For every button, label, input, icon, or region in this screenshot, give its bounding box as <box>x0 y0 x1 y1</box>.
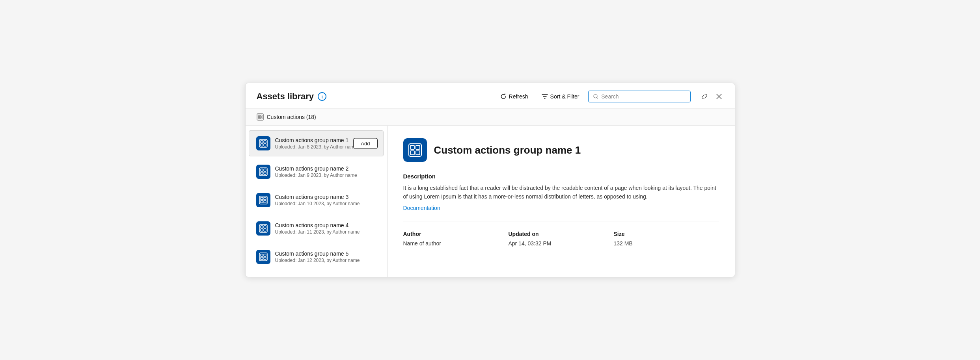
custom-actions-icon <box>257 113 264 121</box>
search-box[interactable] <box>588 91 691 102</box>
list-item[interactable]: Custom actions group name 5 Uploaded: Ja… <box>249 244 384 270</box>
svg-rect-19 <box>261 200 263 203</box>
item-text: Custom actions group name 4 Uploaded: Ja… <box>275 222 376 235</box>
svg-rect-27 <box>261 254 263 256</box>
size-value: 132 MB <box>614 240 719 247</box>
documentation-link[interactable]: Documentation <box>403 205 440 211</box>
item-meta: Uploaded: Jan 11 2023, by Author name <box>275 229 376 235</box>
item-meta: Uploaded: Jan 12 2023, by Author name <box>275 258 376 263</box>
items-count: Custom actions (18) <box>267 114 316 120</box>
subheader: Custom actions (18) <box>246 109 735 126</box>
svg-rect-5 <box>261 117 262 119</box>
svg-rect-25 <box>264 229 266 231</box>
svg-rect-10 <box>264 144 266 146</box>
panel-header: Assets library i Refresh Sort & Filter <box>246 83 735 109</box>
custom-actions-icon-item <box>259 167 268 176</box>
author-col: Author Name of author <box>403 231 509 247</box>
svg-rect-14 <box>261 172 263 174</box>
svg-rect-33 <box>416 145 420 149</box>
close-button[interactable] <box>714 92 724 101</box>
svg-rect-32 <box>410 145 414 149</box>
svg-rect-17 <box>261 197 263 200</box>
svg-rect-7 <box>261 141 263 143</box>
list-item[interactable]: Custom actions group name 3 Uploaded: Ja… <box>249 187 384 213</box>
page-title: Assets library <box>257 91 314 102</box>
custom-actions-icon-item <box>259 252 268 261</box>
svg-rect-15 <box>264 172 266 174</box>
item-icon <box>256 193 270 207</box>
item-name: Custom actions group name 2 <box>275 165 376 172</box>
list-item[interactable]: Custom actions group name 1 Uploaded: Ja… <box>249 130 384 156</box>
svg-rect-23 <box>264 226 266 228</box>
svg-rect-20 <box>264 200 266 203</box>
item-icon <box>256 250 270 264</box>
detail-header: Custom actions group name 1 <box>403 138 719 162</box>
title-group: Assets library i <box>257 91 327 102</box>
item-meta: Uploaded: Jan 9 2023, by Author name <box>275 173 376 178</box>
count-label-group: Custom actions (18) <box>257 113 316 121</box>
svg-rect-24 <box>261 229 263 231</box>
item-text: Custom actions group name 2 Uploaded: Ja… <box>275 165 376 178</box>
sort-filter-label: Sort & Filter <box>550 93 579 100</box>
panel-body: Custom actions group name 1 Uploaded: Ja… <box>246 126 735 277</box>
size-label: Size <box>614 231 719 237</box>
custom-actions-icon-detail <box>408 143 422 157</box>
svg-rect-1 <box>257 114 263 120</box>
svg-rect-8 <box>264 141 266 143</box>
search-icon <box>593 94 598 99</box>
add-button[interactable]: Add <box>353 138 377 149</box>
item-icon <box>256 221 270 236</box>
sort-filter-button[interactable]: Sort & Filter <box>537 90 584 103</box>
author-value: Name of author <box>403 240 509 247</box>
size-col: Size 132 MB <box>614 231 719 247</box>
svg-rect-9 <box>261 144 263 146</box>
filter-icon <box>542 93 548 100</box>
refresh-icon <box>500 93 507 100</box>
meta-grid: Author Name of author Updated on Apr 14,… <box>403 231 719 247</box>
list-pane: Custom actions group name 1 Uploaded: Ja… <box>246 126 388 277</box>
item-text: Custom actions group name 5 Uploaded: Ja… <box>275 251 376 263</box>
close-icon <box>716 93 722 100</box>
svg-rect-3 <box>261 115 262 117</box>
svg-rect-13 <box>264 169 266 171</box>
search-input[interactable] <box>601 93 685 100</box>
detail-title: Custom actions group name 1 <box>434 144 581 156</box>
item-name: Custom actions group name 5 <box>275 251 376 257</box>
svg-point-0 <box>593 95 597 98</box>
expand-button[interactable] <box>699 91 710 102</box>
updated-on-label: Updated on <box>509 231 614 237</box>
description-label: Description <box>403 173 719 180</box>
svg-rect-28 <box>264 254 266 256</box>
expand-icon <box>701 93 708 100</box>
author-label: Author <box>403 231 509 237</box>
svg-rect-29 <box>261 257 263 260</box>
svg-rect-12 <box>261 169 263 171</box>
updated-on-value: Apr 14, 03:32 PM <box>509 240 614 247</box>
assets-library-panel: Assets library i Refresh Sort & Filter <box>245 83 735 277</box>
description-text: It is a long established fact that a rea… <box>403 184 719 201</box>
updated-col: Updated on Apr 14, 03:32 PM <box>509 231 614 247</box>
svg-rect-34 <box>410 151 414 155</box>
item-name: Custom actions group name 4 <box>275 222 376 228</box>
svg-rect-18 <box>264 197 266 200</box>
refresh-button[interactable]: Refresh <box>496 90 533 103</box>
svg-rect-35 <box>416 151 420 155</box>
item-text: Custom actions group name 3 Uploaded: Ja… <box>275 194 376 206</box>
item-name: Custom actions group name 3 <box>275 194 376 200</box>
item-icon <box>256 165 270 179</box>
item-icon <box>256 136 270 150</box>
detail-pane: Custom actions group name 1 Description … <box>388 126 735 277</box>
svg-rect-22 <box>261 226 263 228</box>
window-controls <box>699 91 724 102</box>
custom-actions-icon-item <box>259 196 268 204</box>
item-meta: Uploaded: Jan 10 2023, by Author name <box>275 201 376 206</box>
detail-icon <box>403 138 427 162</box>
svg-rect-4 <box>258 117 260 119</box>
list-item[interactable]: Custom actions group name 2 Uploaded: Ja… <box>249 159 384 185</box>
info-icon[interactable]: i <box>318 92 326 101</box>
detail-divider <box>403 221 719 221</box>
svg-rect-2 <box>258 115 260 117</box>
custom-actions-icon-item <box>259 224 268 233</box>
list-item[interactable]: Custom actions group name 4 Uploaded: Ja… <box>249 215 384 241</box>
svg-rect-30 <box>264 257 266 260</box>
